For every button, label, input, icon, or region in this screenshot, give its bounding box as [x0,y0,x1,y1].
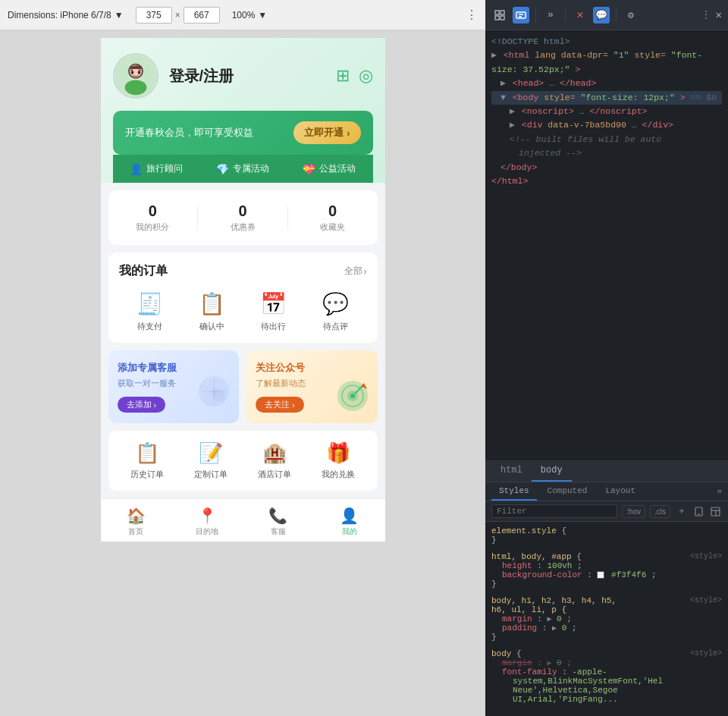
qr-icon[interactable]: ⊞ [336,66,350,86]
div-arrow[interactable]: ▶ [510,120,515,130]
promo-title-follow: 关注公众号 [256,361,369,375]
zoom-selector[interactable]: 100% ▼ [232,10,268,20]
width-input[interactable] [136,7,172,24]
orders-all-link[interactable]: 全部 › [344,265,367,278]
device-icon[interactable] [692,504,705,518]
html-arrow[interactable]: ▶ [491,50,497,60]
svg-point-4 [130,71,133,74]
promo-btn-follow[interactable]: 去关注 › [256,397,304,413]
svg-rect-19 [495,11,499,14]
nav-home[interactable]: 🏠 首页 [101,507,172,537]
more-button[interactable]: ⋮ [466,8,478,22]
error-btn[interactable]: ✕ [572,7,588,24]
elements-btn[interactable] [513,7,529,24]
noscript-line[interactable]: ▶ <noscript> … </noscript> [491,105,722,118]
stat-points[interactable]: 0 我的积分 [108,203,198,233]
svg-line-6 [130,70,133,71]
cls-button[interactable]: .cls [650,505,670,518]
bottom-nav: 🏠 首页 📍 目的地 📞 客服 👤 我的 [101,498,385,542]
subtab-more[interactable]: » [717,482,722,501]
points-number: 0 [108,203,198,220]
redeem-icon: 🎁 [310,441,366,465]
profile-name: 登录/注册 [169,66,325,86]
layout-icon[interactable] [708,504,722,518]
stat-favorites[interactable]: 0 收藏夹 [288,203,378,233]
promo-card-follow: 关注公众号 了解最新动态 去关注 › [246,350,378,423]
filter-icon-group: + [675,504,722,518]
points-label: 我的积分 [108,221,198,233]
styles-content: element.style { } html, body, #app { <st… [485,522,728,716]
hov-button[interactable]: :hov [622,505,645,518]
order-item-review[interactable]: 💬 待点评 [305,291,367,332]
home-icon: 🏠 [101,507,172,525]
order-item-confirming[interactable]: 📋 确认中 [180,291,243,332]
nav-item-advisor[interactable]: 👤 旅行顾问 [130,162,183,175]
div-line[interactable]: ▶ <div data-v-7ba5bd90 … </div> [491,118,722,132]
mobile-screen: 登录/注册 ⊞ ◎ 开通春秋会员，即可享受权益 立即开通 › [101,38,385,542]
noscript-arrow[interactable]: ▶ [510,106,515,116]
devtools-topbar: » ✕ 💬 ⚙ ⋮ ✕ [485,0,728,30]
service-history[interactable]: 📋 历史订单 [119,441,175,480]
profile-top: 登录/注册 ⊞ ◎ [113,53,373,99]
chevron-down-icon: ▼ [115,10,124,20]
vip-text: 开通春秋会员，即可享受权益 [125,126,253,140]
body-arrow[interactable]: ▼ [500,93,506,102]
settings-icon[interactable]: ◎ [359,66,373,86]
doctype-line: <!DOCTYPE html> [491,35,722,49]
nav-destination[interactable]: 📍 目的地 [171,507,243,537]
device-selector[interactable]: Dimensions: iPhone 6/7/8 ▼ [8,10,124,20]
html-close-line: </html> [491,174,722,188]
tab-html[interactable]: html [491,460,532,482]
body-tag-line[interactable]: ▼ <body style= "font-size: 12px;" > == $… [491,91,722,105]
promo-btn-add[interactable]: 去添加 › [118,397,166,413]
devtools-close-btn[interactable]: ✕ [716,8,722,21]
selector-html-body-app: html, body, #app [491,552,572,561]
order-item-pending[interactable]: 🧾 待支付 [119,291,181,332]
service-hotel[interactable]: 🏨 酒店订单 [246,441,303,480]
subtab-styles[interactable]: Styles [491,482,537,501]
head-arrow[interactable]: ▶ [500,78,506,88]
svg-point-16 [350,394,355,398]
nav-service[interactable]: 📞 客服 [243,507,314,537]
order-item-upcoming[interactable]: 📅 待出行 [243,291,305,332]
subtab-layout[interactable]: Layout [598,482,643,501]
devtools-more-btn[interactable]: ⋮ [701,8,711,21]
service-custom[interactable]: 📝 定制订单 [183,441,239,480]
orders-header: 我的订单 全部 › [119,263,367,279]
service-redeem[interactable]: 🎁 我的兑换 [310,441,366,480]
avatar [113,53,158,99]
tab-body[interactable]: body [532,460,572,482]
nav-item-charity[interactable]: 💝 公益活动 [303,162,356,175]
inspect-tool-btn[interactable] [491,7,508,24]
message-btn[interactable]: 💬 [593,7,610,24]
orders-title: 我的订单 [119,263,168,279]
profile-nav: 👤 旅行顾问 💎 专属活动 💝 公益活动 [113,155,373,183]
review-icon: 💬 [305,291,367,316]
selector-body-headings: body, h1, h2, h3, h4, h5, [491,596,617,605]
profile-header: 登录/注册 ⊞ ◎ 开通春秋会员，即可享受权益 立即开通 › [101,38,385,183]
head-tag-line[interactable]: ▶ <head> … </head> [491,77,722,90]
separator-2 [565,8,566,23]
nav-mine[interactable]: 👤 我的 [314,507,385,537]
svg-point-2 [124,80,146,95]
subtab-computed[interactable]: Computed [540,482,595,501]
filter-input[interactable] [491,504,617,518]
charity-icon: 💝 [303,163,315,175]
vip-button[interactable]: 立即开通 › [293,121,360,144]
svg-line-7 [138,70,141,71]
height-input[interactable] [184,7,220,24]
stat-coupons[interactable]: 0 优惠券 [198,203,287,233]
plus-icon[interactable]: + [675,504,689,518]
settings-btn[interactable]: ⚙ [623,7,639,24]
more-tools-btn[interactable]: » [542,7,559,24]
style-rule-html-body-app: html, body, #app { <style> height : 100v… [491,552,722,589]
add-chevron-icon: › [154,400,157,410]
nav-item-exclusive[interactable]: 💎 专属活动 [216,162,269,175]
mine-icon: 👤 [314,507,385,525]
filter-bar: :hov .cls + [485,501,728,522]
body-close-line: </body> [491,161,722,174]
promo-card-service: 添加专属客服 获取一对一服务 去添加 › + [108,350,240,423]
html-tag-line[interactable]: ▶ <html lang data-dpr= "1" style= "font-… [491,49,722,77]
dimension-separator: × [175,10,180,20]
arrow-right-icon: › [364,266,367,277]
